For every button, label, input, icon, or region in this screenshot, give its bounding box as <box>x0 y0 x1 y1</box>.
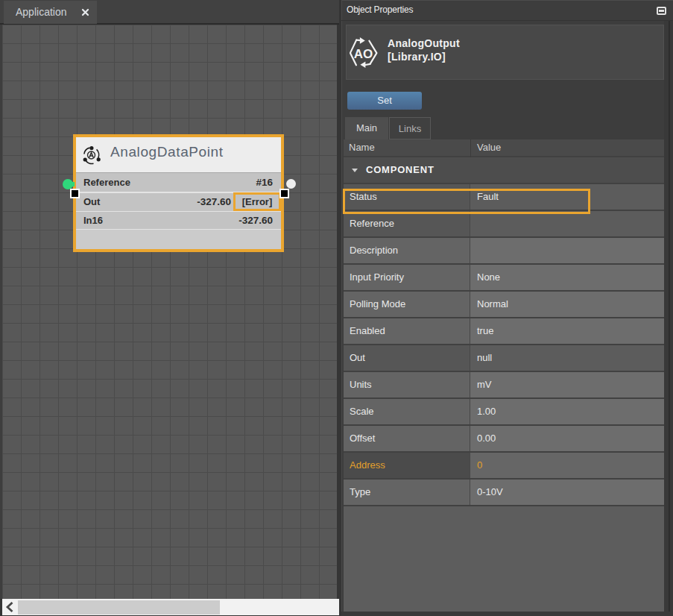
svg-text:AO: AO <box>354 47 373 61</box>
